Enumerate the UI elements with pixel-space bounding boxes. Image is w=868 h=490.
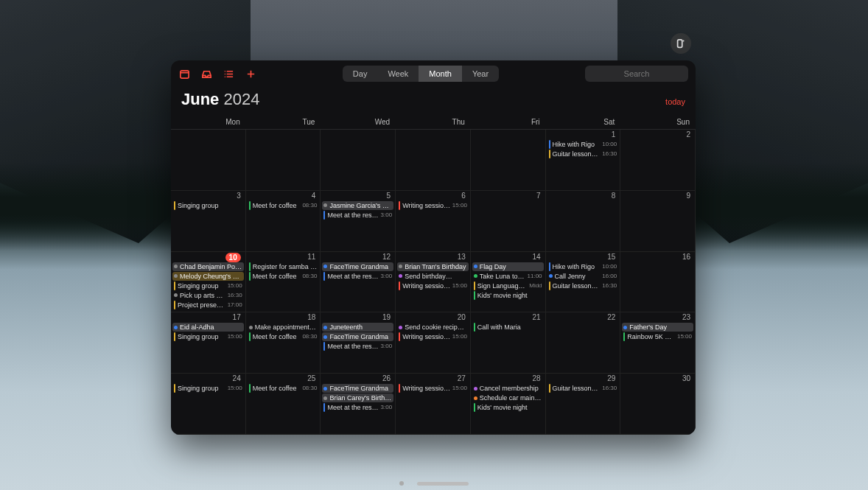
day-cell[interactable]: 23Father's DayRainbow 5K Run15:00 [620, 312, 696, 374]
control-center-button[interactable] [671, 33, 691, 54]
view-segmented-control[interactable]: DayWeekMonthYear [343, 66, 499, 82]
event[interactable]: FaceTime Grandma [322, 384, 393, 393]
event[interactable]: Eid al-Adha [172, 323, 244, 332]
day-cell[interactable] [471, 130, 546, 191]
list-icon[interactable] [223, 68, 234, 80]
day-cell[interactable]: 8 [546, 191, 621, 252]
event[interactable]: Sign Language ClubMidd [472, 281, 544, 290]
day-cell[interactable]: 30 [620, 374, 696, 435]
event[interactable]: Call Jenny16:00 [547, 272, 619, 281]
event[interactable]: Writing session with…15:00 [397, 332, 469, 341]
day-cell[interactable]: 26FaceTime GrandmaBrian Carey's Birthday… [321, 374, 396, 435]
svg-rect-2 [180, 70, 188, 77]
event[interactable]: Schedule car maintena… [472, 393, 544, 402]
event[interactable]: Call with Maria [472, 323, 544, 332]
event[interactable]: Writing session with…15:00 [397, 281, 469, 290]
add-icon[interactable] [245, 68, 256, 80]
event-title: Project presentations [178, 301, 226, 309]
event[interactable]: Send birthday… [397, 272, 469, 281]
day-cell[interactable]: 29Guitar lessons wit…16:30 [546, 374, 621, 435]
event[interactable]: Make appointment with… [248, 323, 319, 332]
day-cell[interactable]: 10Chad Benjamin Potter's BirthMelody Che… [171, 252, 246, 313]
day-cell[interactable]: 11Register for samba classMeet for coffe… [246, 252, 321, 313]
event[interactable]: Brian Carey's Birthday [322, 393, 393, 402]
event[interactable]: Melody Cheung's Birthday [172, 272, 244, 281]
event[interactable]: Project presentations17:00 [172, 301, 244, 309]
search-input[interactable]: Search [585, 66, 688, 82]
event[interactable]: Father's Day [622, 323, 693, 332]
day-cell[interactable]: 16 [620, 252, 696, 313]
event-title: Brian Tran's Birthday [405, 262, 467, 271]
inbox-icon[interactable] [200, 68, 212, 80]
event[interactable]: Brian Tran's Birthday [397, 262, 469, 271]
event[interactable]: Meet at the restaurant3:00 [322, 403, 393, 412]
view-tab-week[interactable]: Week [377, 66, 419, 82]
day-cell[interactable]: 1Hike with Rigo10:00Guitar lessons wit…1… [546, 130, 621, 191]
event[interactable]: Take Luna to the v…11:00 [472, 272, 544, 281]
day-cell[interactable]: 5Jasmine Garcia's BirthdayMeet at the re… [321, 191, 396, 252]
day-cell[interactable]: 17Eid al-AdhaSinging group15:00 [171, 312, 246, 374]
day-cell[interactable]: 27Writing session with…15:00 [396, 374, 471, 435]
day-cell[interactable]: 19JuneteenthFaceTime GrandmaMeet at the … [321, 312, 396, 374]
event-time: Midd [529, 281, 542, 290]
event[interactable]: Rainbow 5K Run15:00 [622, 332, 693, 341]
event[interactable]: FaceTime Grandma [322, 332, 393, 341]
event[interactable]: Pick up arts & c…16:30 [172, 291, 244, 300]
event[interactable]: Register for samba class [248, 262, 319, 271]
event[interactable]: Writing session with…15:00 [397, 384, 469, 393]
event[interactable]: Guitar lessons wit…16:30 [547, 281, 619, 290]
event[interactable]: Guitar lessons wit…16:30 [547, 150, 619, 158]
event[interactable]: Kids' movie night [472, 403, 544, 412]
day-cell[interactable]: 18Make appointment with…Meet for coffee0… [246, 312, 321, 374]
day-cell[interactable]: 20Send cookie recipe to…Writing session … [396, 312, 471, 374]
day-cell[interactable]: 28Cancel membershipSchedule car maintena… [471, 374, 546, 435]
day-cell[interactable] [321, 130, 396, 191]
event[interactable]: Meet at the restaurant3:00 [322, 342, 393, 351]
day-cell[interactable]: 2 [620, 130, 696, 191]
day-cell[interactable]: 14Flag DayTake Luna to the v…11:00Sign L… [471, 252, 546, 313]
event[interactable]: Meet for coffee08:30 [248, 332, 319, 341]
event[interactable]: Jasmine Garcia's Birthday [322, 201, 393, 210]
event[interactable]: Writing session with…15:00 [397, 201, 469, 210]
day-cell[interactable]: 25Meet for coffee08:30 [246, 374, 321, 435]
today-button[interactable]: today [665, 97, 685, 106]
event[interactable]: Meet at the restaurant3:00 [322, 211, 393, 220]
event[interactable]: Meet at the restaurant3:00 [322, 272, 393, 281]
event[interactable]: Singing group [172, 201, 244, 210]
event[interactable]: Flag Day [472, 262, 544, 271]
day-cell[interactable] [171, 130, 246, 191]
view-tab-year[interactable]: Year [462, 66, 499, 82]
event[interactable]: Kids' movie night [472, 291, 544, 300]
day-cell[interactable]: 21Call with Maria [471, 312, 546, 374]
event[interactable]: Hike with Rigo10:00 [547, 140, 619, 149]
event[interactable]: Singing group15:00 [172, 384, 244, 393]
event[interactable]: Cancel membership [472, 384, 544, 393]
day-cell[interactable]: 3Singing group [171, 191, 246, 252]
day-cell[interactable]: 24Singing group15:00 [171, 374, 246, 435]
view-tab-day[interactable]: Day [343, 66, 378, 82]
day-cell[interactable]: 6Writing session with…15:00 [396, 191, 471, 252]
event[interactable]: Send cookie recipe to… [397, 323, 469, 332]
event[interactable]: Singing group15:00 [172, 332, 244, 341]
event[interactable]: Chad Benjamin Potter's Birth [172, 262, 244, 271]
event[interactable]: Hike with Rigo10:00 [547, 262, 619, 271]
day-cell[interactable] [246, 130, 321, 191]
day-cell[interactable]: 13Brian Tran's BirthdaySend birthday…Wri… [396, 252, 471, 313]
event[interactable]: Meet for coffee08:30 [248, 384, 319, 393]
event[interactable]: FaceTime Grandma [322, 262, 393, 271]
event[interactable]: Juneteenth [322, 323, 393, 332]
day-cell[interactable]: 4Meet for coffee08:30 [246, 191, 321, 252]
event[interactable]: Guitar lessons wit…16:30 [547, 384, 619, 393]
day-cell[interactable]: 12FaceTime GrandmaMeet at the restaurant… [321, 252, 396, 313]
day-cell[interactable] [396, 130, 471, 191]
calendar-icon[interactable] [178, 68, 190, 80]
day-cell[interactable]: 9 [620, 191, 696, 252]
event[interactable]: Meet for coffee08:30 [248, 201, 319, 210]
day-number: 5 [387, 192, 391, 200]
event[interactable]: Meet for coffee08:30 [248, 272, 319, 281]
event[interactable]: Singing group15:00 [172, 281, 244, 290]
day-cell[interactable]: 7 [471, 191, 546, 252]
day-cell[interactable]: 15Hike with Rigo10:00Call Jenny16:00Guit… [546, 252, 621, 313]
day-cell[interactable]: 22 [546, 312, 621, 374]
view-tab-month[interactable]: Month [419, 66, 462, 82]
